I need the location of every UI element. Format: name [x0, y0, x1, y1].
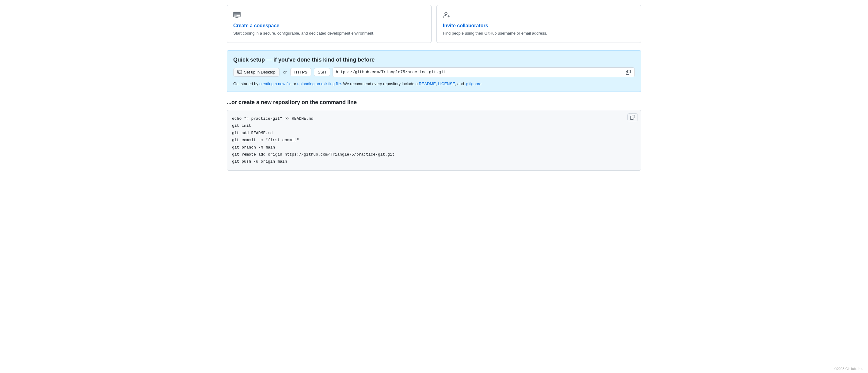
codespace-link[interactable]: Create a codespace: [233, 23, 425, 29]
or-text: or: [282, 70, 288, 74]
command-line-title: ...or create a new repository on the com…: [227, 99, 641, 106]
codespace-description: Start coding in a secure, configurable, …: [233, 30, 425, 36]
person-add-icon: [443, 11, 635, 20]
repo-url[interactable]: https://github.com/Triangle75/practice-g…: [336, 70, 625, 74]
https-button[interactable]: HTTPS: [290, 68, 311, 76]
get-started-text: Get started by creating a new file or up…: [233, 81, 635, 87]
gitignore-link[interactable]: .gitignore: [465, 81, 481, 86]
code-block-wrapper: echo "# practice-git" >> README.md git i…: [227, 110, 641, 171]
copy-url-button[interactable]: [625, 69, 631, 75]
upload-existing-link[interactable]: uploading an existing file: [297, 81, 341, 86]
command-line-code: echo "# practice-git" >> README.md git i…: [232, 115, 636, 165]
setup-desktop-button[interactable]: Set up in Desktop: [233, 68, 280, 76]
codespace-card: Create a codespace Start coding in a sec…: [227, 5, 432, 43]
setup-desktop-label: Set up in Desktop: [244, 70, 276, 74]
url-input-wrapper: https://github.com/Triangle75/practice-g…: [333, 67, 635, 77]
command-line-section: ...or create a new repository on the com…: [227, 99, 641, 171]
readme-link[interactable]: README: [419, 81, 436, 86]
collaborators-link[interactable]: Invite collaborators: [443, 23, 635, 29]
copy-code-icon: [630, 115, 635, 120]
page-wrapper: Create a codespace Start coding in a sec…: [219, 0, 649, 183]
copy-icon: [626, 70, 631, 75]
svg-point-1: [445, 12, 447, 15]
quick-setup-section: Quick setup — if you've done this kind o…: [227, 50, 641, 92]
ssh-button[interactable]: SSH: [314, 68, 330, 76]
setup-controls-row: Set up in Desktop or HTTPS SSH https://g…: [233, 67, 635, 77]
collaborators-card: Invite collaborators Find people using t…: [436, 5, 641, 43]
create-new-file-link[interactable]: creating a new file: [259, 81, 291, 86]
desktop-icon: [237, 70, 242, 75]
cards-row: Create a codespace Start coding in a sec…: [227, 5, 641, 43]
monitor-icon: [233, 11, 425, 20]
copy-code-button[interactable]: [627, 113, 638, 121]
quick-setup-title: Quick setup — if you've done this kind o…: [233, 57, 635, 63]
license-link[interactable]: LICENSE: [438, 81, 455, 86]
collaborators-description: Find people using their GitHub username …: [443, 30, 635, 36]
